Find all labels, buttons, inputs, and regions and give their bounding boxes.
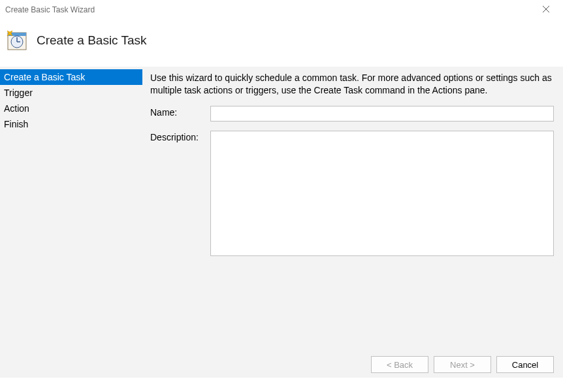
window-title: Create Basic Task Wizard <box>5 5 95 14</box>
wizard-content: Create a Basic Task Trigger Action Finis… <box>0 67 563 351</box>
cancel-button[interactable]: Cancel <box>496 356 554 373</box>
sidebar-item-trigger[interactable]: Trigger <box>0 85 142 101</box>
name-row: Name: <box>150 106 554 122</box>
sidebar-item-finish[interactable]: Finish <box>0 116 142 132</box>
description-row: Description: <box>150 131 554 256</box>
sidebar-item-create-basic-task[interactable]: Create a Basic Task <box>0 69 142 85</box>
page-title: Create a Basic Task <box>37 33 147 48</box>
titlebar: Create Basic Task Wizard <box>0 0 563 20</box>
sidebar-item-action[interactable]: Action <box>0 101 142 116</box>
clock-wizard-icon <box>5 29 29 52</box>
description-textarea[interactable] <box>210 131 554 256</box>
wizard-steps-sidebar: Create a Basic Task Trigger Action Finis… <box>0 67 142 351</box>
wizard-footer: < Back Next > Cancel <box>0 351 563 378</box>
intro-text: Use this wizard to quickly schedule a co… <box>150 72 554 97</box>
wizard-header: Create a Basic Task <box>0 20 563 67</box>
name-input[interactable] <box>210 106 554 122</box>
name-label: Name: <box>150 106 210 118</box>
next-button[interactable]: Next > <box>434 356 491 373</box>
back-button[interactable]: < Back <box>371 356 428 373</box>
close-icon[interactable] <box>538 5 554 15</box>
description-label: Description: <box>150 131 210 142</box>
wizard-main-panel: Use this wizard to quickly schedule a co… <box>142 67 563 351</box>
